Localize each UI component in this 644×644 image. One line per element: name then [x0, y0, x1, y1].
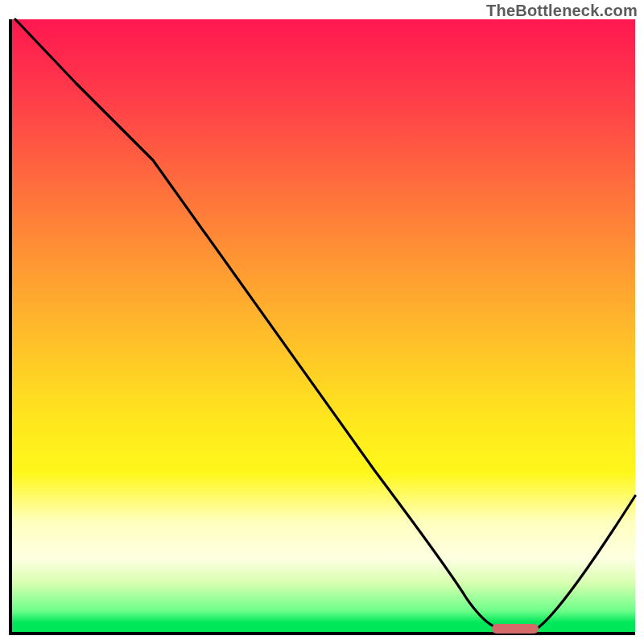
chart-plot-area — [9, 19, 635, 635]
chart-overlay-svg — [12, 19, 635, 632]
bottleneck-curve-line — [15, 19, 635, 630]
watermark-text: TheBottleneck.com — [486, 2, 638, 20]
optimal-range-marker — [492, 624, 539, 634]
